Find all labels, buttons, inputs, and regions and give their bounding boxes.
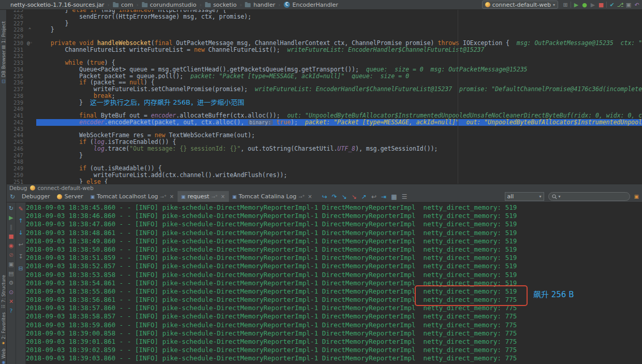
down-stack-icon[interactable]: ↓ xyxy=(18,228,23,240)
line-number[interactable]: 249 xyxy=(7,165,23,172)
tab-request[interactable]: ▣request→*× xyxy=(178,191,229,202)
line-number[interactable]: 230 xyxy=(7,40,23,47)
force-step-into-icon[interactable]: ↘ xyxy=(352,193,357,200)
step-into-icon[interactable]: ↘ xyxy=(342,193,347,200)
tab-debugger[interactable]: Debugger xyxy=(18,191,53,202)
close-tab-icon[interactable]: × xyxy=(308,194,312,199)
gutter-icon[interactable] xyxy=(23,53,36,60)
line-number[interactable]: 242 xyxy=(7,119,23,126)
changes-icon[interactable]: ▣ xyxy=(624,2,633,8)
breadcrumb-class[interactable]: EncoderHandler xyxy=(293,2,338,8)
soft-wrap-icon[interactable]: ↩ xyxy=(18,240,23,252)
gutter-icon[interactable] xyxy=(23,79,36,86)
line-number[interactable]: 233 xyxy=(7,60,23,66)
tab-tomcat-catalina-log[interactable]: ▣Tomcat Catalina Log→*× xyxy=(229,191,316,202)
line-number[interactable]: 241 xyxy=(7,112,23,119)
up-stack-icon[interactable]: ↑ xyxy=(18,216,23,228)
gutter-icon[interactable] xyxy=(23,145,36,152)
coverage-icon[interactable]: ▶ xyxy=(589,2,597,8)
toolwindow-favorites[interactable]: ★2: Favorites xyxy=(0,312,7,345)
breadcrumb[interactable]: netty-socketio-1.7.16-sources.jar›com›co… xyxy=(0,2,338,8)
gutter-icon[interactable] xyxy=(23,20,36,27)
debug-console[interactable]: ↻▶‖■◉⊘▣▤⚙⊙✕? ✎↑↓↩↧⊟ 2018-09-03 18:38:45.… xyxy=(7,202,642,364)
settings-icon[interactable]: ⚙ xyxy=(9,279,14,288)
show-execution-point-icon[interactable]: ↪ xyxy=(322,193,327,200)
close-tab-icon[interactable]: × xyxy=(221,194,225,199)
gutter-icon[interactable] xyxy=(23,132,36,139)
gutter-icon[interactable] xyxy=(23,139,36,145)
gutter-icon[interactable] xyxy=(23,10,36,13)
line-number[interactable]: 239 xyxy=(7,99,23,106)
layout-settings-icon[interactable]: ☰ xyxy=(402,193,407,200)
line-number[interactable]: 231 xyxy=(7,47,23,53)
resume-icon[interactable]: ▶ xyxy=(9,214,13,223)
close-icon[interactable]: ✕ xyxy=(9,298,13,307)
gutter-icon[interactable] xyxy=(23,13,36,20)
line-number[interactable]: 236 xyxy=(7,79,23,86)
step-out-icon[interactable]: ↗ xyxy=(361,193,367,200)
line-number[interactable]: 226 xyxy=(7,13,23,20)
line-number[interactable]: 240 xyxy=(7,106,23,112)
gutter-icon[interactable] xyxy=(23,112,36,119)
line-number[interactable]: 250 xyxy=(7,172,23,179)
gutter-icon[interactable] xyxy=(23,66,36,73)
gutter-icon[interactable] xyxy=(23,172,36,179)
line-number[interactable]: 246 xyxy=(7,145,23,152)
help-icon[interactable]: ? xyxy=(10,307,13,316)
breadcrumb-item[interactable]: corundumstudio xyxy=(150,2,197,8)
gutter-icon[interactable] xyxy=(23,60,36,66)
stop-icon[interactable]: ■ xyxy=(597,2,605,8)
console-search[interactable]: ▾ xyxy=(548,192,630,201)
clear-icon[interactable]: ⊟ xyxy=(18,264,23,276)
gutter-icon[interactable]: @◦ xyxy=(23,40,36,47)
gutter-icon[interactable] xyxy=(23,93,36,99)
evaluate-expression-icon[interactable]: ▦ xyxy=(391,193,397,200)
run-config-select[interactable]: connect-default-web ▾ xyxy=(482,1,558,9)
gutter-icon[interactable] xyxy=(23,73,36,80)
line-number[interactable]: 245 xyxy=(7,139,23,145)
close-tab-icon[interactable]: × xyxy=(169,194,173,199)
line-number[interactable]: 247 xyxy=(7,152,23,159)
breadcrumb-item[interactable]: com xyxy=(121,2,134,8)
line-number[interactable]: 234 xyxy=(7,66,23,73)
misc-icon[interactable]: ▣ xyxy=(634,194,639,199)
line-number[interactable]: 235 xyxy=(7,73,23,80)
line-number[interactable]: 248 xyxy=(7,158,23,165)
restart-server-icon[interactable]: ↻ xyxy=(7,193,18,200)
gutter-icon[interactable] xyxy=(23,106,36,112)
gutter-icon[interactable] xyxy=(23,126,36,133)
tab-server[interactable]: Server xyxy=(53,191,86,202)
rerun-icon[interactable]: ↻ xyxy=(9,205,13,214)
gutter-icon[interactable] xyxy=(23,179,36,184)
line-number[interactable]: 237 xyxy=(7,86,23,93)
scroll-to-end-icon[interactable]: ↧ xyxy=(18,252,23,264)
breadcrumb-item[interactable]: handler xyxy=(253,2,275,8)
mute-breakpoints-icon[interactable]: ⊘ xyxy=(9,251,13,260)
toolwindow-project[interactable]: ▤1: Project xyxy=(0,21,7,49)
line-number[interactable]: 238 xyxy=(7,93,23,99)
line-number[interactable]: 228 xyxy=(7,26,23,33)
gutter-icon[interactable] xyxy=(23,158,36,165)
toolwindow-web[interactable]: ◉Web xyxy=(0,348,7,364)
gutter-icon[interactable] xyxy=(23,86,36,93)
stop-icon[interactable]: ■ xyxy=(8,232,13,242)
restore-layout-icon[interactable]: ▤ xyxy=(8,270,13,279)
run-to-cursor-icon[interactable]: ⇥ xyxy=(381,193,386,200)
gutter-icon[interactable] xyxy=(23,165,36,172)
view-breakpoints-icon[interactable]: ◉ xyxy=(9,242,14,251)
line-number[interactable]: 251 xyxy=(7,179,23,184)
line-number[interactable]: 229 xyxy=(7,33,23,40)
toolwindow-db-browser[interactable]: ◫DB Browser xyxy=(0,50,7,83)
vcs-branch-icon[interactable]: ⎇ xyxy=(616,2,624,8)
hide-windows-icon[interactable]: ⊞ xyxy=(561,2,570,8)
line-number[interactable]: 243 xyxy=(7,126,23,133)
pen-icon[interactable]: ✎ xyxy=(18,205,23,216)
thread-dump-icon[interactable]: ▣ xyxy=(8,260,13,270)
update-project-icon[interactable]: ✔ xyxy=(608,2,616,8)
run-icon[interactable]: ▶ xyxy=(572,2,580,8)
breadcrumb-file[interactable]: netty-socketio-1.7.16-sources.jar xyxy=(10,2,104,8)
gutter-icon[interactable] xyxy=(23,119,36,126)
breadcrumb-item[interactable]: socketio xyxy=(213,2,237,8)
gutter-icon[interactable] xyxy=(23,33,36,40)
toolwindow-structure[interactable]: ☷7: Structure xyxy=(0,275,7,309)
